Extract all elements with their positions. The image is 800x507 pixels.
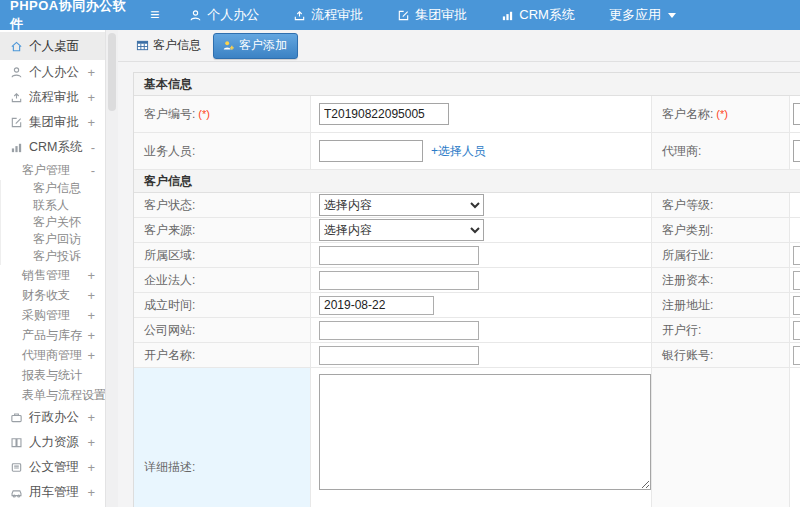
- text-input[interactable]: [793, 271, 800, 290]
- expand-icon[interactable]: +: [87, 288, 95, 303]
- text-input[interactable]: [793, 140, 800, 162]
- sidebar-item[interactable]: 销售管理+: [0, 265, 105, 285]
- field-label: 开户名称:: [134, 343, 311, 367]
- field-label-text: 客户等级:: [662, 197, 713, 214]
- field-label: 注册地址:: [652, 293, 790, 317]
- text-input[interactable]: [319, 296, 434, 315]
- sidebar-item[interactable]: 产品与库存+: [0, 325, 105, 345]
- sidebar-item[interactable]: 行政办公+: [0, 405, 105, 430]
- tab-inactive[interactable]: 客户信息: [136, 37, 201, 54]
- topnav-item[interactable]: 更多应用: [609, 6, 676, 24]
- sidebar-item[interactable]: 个人桌面: [0, 32, 105, 60]
- sidebar-item-label: 个人办公: [29, 64, 79, 81]
- user-icon: [10, 66, 23, 79]
- form-row: 详细描述:: [134, 368, 800, 507]
- field-label-text: 银行账号:: [662, 347, 713, 364]
- topnav-label: 个人办公: [207, 6, 259, 24]
- sidebar-item[interactable]: 报表与统计: [0, 365, 105, 385]
- field-value-clipped: [790, 343, 800, 367]
- sidebar-item[interactable]: 财务收支+: [0, 285, 105, 305]
- sidebar-item[interactable]: 代理商管理+: [0, 345, 105, 365]
- form-row: 所属区域:所属行业:: [134, 243, 800, 268]
- hamburger-menu-icon[interactable]: ≡: [150, 7, 159, 23]
- sidebar-item[interactable]: CRM系统-: [0, 135, 105, 160]
- text-input[interactable]: [793, 246, 800, 265]
- tab-label: 客户添加: [239, 37, 287, 54]
- sidebar-item[interactable]: 个人办公+: [0, 60, 105, 85]
- field-label: 客户编号:(*): [134, 96, 311, 132]
- sidebar-item-label: 集团审批: [29, 114, 79, 131]
- sidebar-item[interactable]: 流程审批+: [0, 85, 105, 110]
- scrollbar-thumb[interactable]: [108, 33, 116, 111]
- app-brand: PHPOA协同办公软件: [0, 0, 138, 33]
- field-label-text: 详细描述:: [144, 459, 195, 476]
- sidebar-item[interactable]: 表单与流程设置+: [0, 385, 105, 405]
- expand-icon[interactable]: +: [87, 268, 95, 283]
- text-input[interactable]: [319, 103, 449, 125]
- expand-icon[interactable]: +: [87, 485, 95, 500]
- sidebar-item[interactable]: 用车管理+: [0, 480, 105, 505]
- field-label-text: 客户来源:: [144, 222, 195, 239]
- field-value: [311, 268, 652, 292]
- topnav-item[interactable]: 集团审批: [397, 6, 467, 24]
- expand-icon[interactable]: +: [87, 435, 95, 450]
- sidebar-item[interactable]: 客户管理-: [0, 160, 105, 180]
- field-label: 公司网站:: [134, 318, 311, 342]
- expand-icon[interactable]: +: [87, 410, 95, 425]
- sidebar-item-label: 个人桌面: [29, 38, 79, 55]
- form-row: 成立时间:注册地址:: [134, 293, 800, 318]
- sidebar-item[interactable]: 客户投诉: [0, 248, 105, 265]
- text-input[interactable]: [793, 321, 800, 340]
- sidebar-scrollbar[interactable]: [105, 30, 118, 507]
- text-input[interactable]: [793, 103, 800, 125]
- topnav-item[interactable]: 流程审批: [293, 6, 363, 24]
- sidebar-item-label: 公文管理: [29, 459, 79, 476]
- field-label: 代理商:: [652, 133, 790, 169]
- field-label-text: 客户状态:: [144, 197, 195, 214]
- collapse-icon[interactable]: -: [91, 163, 95, 178]
- field-label-text: 所属区域:: [144, 247, 195, 264]
- text-input[interactable]: [319, 346, 479, 365]
- sidebar-item-label: 代理商管理: [22, 347, 82, 364]
- topnav-item[interactable]: 个人办公: [189, 6, 259, 24]
- expand-icon[interactable]: +: [87, 308, 95, 323]
- briefcase-icon: [10, 411, 23, 424]
- select-input[interactable]: 选择内容: [319, 219, 484, 241]
- text-input[interactable]: [319, 246, 479, 265]
- field-value-clipped: [790, 193, 800, 217]
- expand-icon[interactable]: +: [87, 115, 95, 130]
- sidebar-item[interactable]: 人力资源+: [0, 430, 105, 455]
- approval-icon: [293, 9, 306, 22]
- field-label-text: 客户编号:: [144, 106, 195, 123]
- text-input[interactable]: [319, 321, 479, 340]
- sidebar-item[interactable]: 客户关怀: [0, 214, 105, 231]
- field-label: 详细描述:: [134, 368, 311, 507]
- select-input[interactable]: 选择内容: [319, 194, 484, 216]
- sidebar-item-label: 人力资源: [29, 434, 79, 451]
- expand-icon[interactable]: +: [87, 328, 95, 343]
- text-input[interactable]: [793, 346, 800, 365]
- text-input[interactable]: [319, 271, 479, 290]
- field-value-clipped: [790, 218, 800, 242]
- sidebar: 个人桌面个人办公+流程审批+集团审批+CRM系统-客户管理-客户信息联系人客户关…: [0, 30, 105, 507]
- expand-icon[interactable]: +: [87, 90, 95, 105]
- grid-icon: [136, 39, 149, 52]
- expand-icon[interactable]: +: [87, 460, 95, 475]
- tab-active[interactable]: 客户添加: [213, 33, 298, 59]
- field-value-clipped: [790, 96, 800, 132]
- description-textarea[interactable]: [319, 374, 651, 490]
- sidebar-item[interactable]: 客户信息: [0, 180, 105, 197]
- sidebar-item[interactable]: 集团审批+: [0, 110, 105, 135]
- choose-person-link[interactable]: +选择人员: [431, 143, 486, 160]
- sidebar-item[interactable]: 采购管理+: [0, 305, 105, 325]
- sidebar-item[interactable]: 联系人: [0, 197, 105, 214]
- tab-bar: 客户信息客户添加: [118, 30, 800, 62]
- sidebar-item[interactable]: 公文管理+: [0, 455, 105, 480]
- text-input[interactable]: [793, 296, 800, 315]
- sidebar-item[interactable]: 客户回访: [0, 231, 105, 248]
- expand-icon[interactable]: +: [87, 348, 95, 363]
- topnav-item[interactable]: CRM系统: [501, 6, 575, 24]
- field-label-text: 代理商:: [662, 143, 701, 160]
- collapse-icon[interactable]: -: [91, 140, 95, 155]
- expand-icon[interactable]: +: [87, 65, 95, 80]
